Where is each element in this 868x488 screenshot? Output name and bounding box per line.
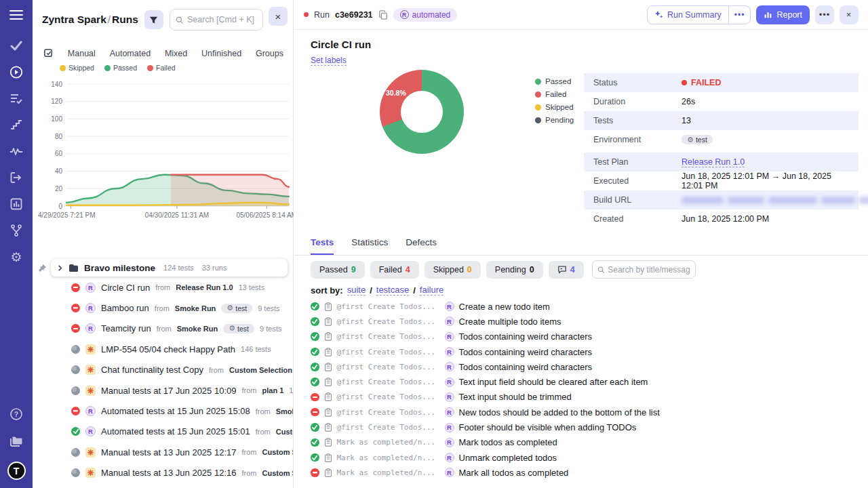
- test-row[interactable]: @first Create Todos...RTodos containing …: [311, 359, 868, 374]
- run-detail-topbar: Run c3e69231 R automated Run Summary •••…: [294, 0, 868, 30]
- test-row[interactable]: Mark as completed/n...RMark todos as com…: [311, 435, 868, 450]
- sidebar-item-report-icon[interactable]: [9, 197, 23, 211]
- test-row[interactable]: @first Create Todos...RNew todos should …: [311, 405, 868, 420]
- run-source: Smoke Run: [175, 304, 216, 312]
- runs-search-input[interactable]: [187, 15, 257, 24]
- passed-filter-pill[interactable]: Passed 9: [311, 261, 365, 279]
- runs-tab-manual[interactable]: Manual: [68, 49, 96, 58]
- test-plan-link[interactable]: Release Run 1.0: [682, 157, 745, 167]
- run-item-title: Automated tests at 15 Jun 2025 15:08: [101, 406, 250, 416]
- pending-filter-pill[interactable]: Pending 0: [486, 261, 543, 279]
- run-summary-more-button[interactable]: •••: [728, 6, 751, 24]
- milestone-row[interactable]: Bravo milestone 124 tests 33 runs: [51, 259, 288, 277]
- run-list-item[interactable]: RTeamcity runfromSmoke Run⚙test9 tests: [33, 319, 293, 339]
- sidebar-item-projects-icon[interactable]: [9, 434, 23, 448]
- test-row[interactable]: @first Create Todos...RText input field …: [311, 374, 868, 389]
- sidebar-item-pulse-icon[interactable]: [9, 144, 23, 158]
- tab-defects[interactable]: Defects: [406, 237, 437, 255]
- tab-statistics[interactable]: Statistics: [351, 237, 388, 255]
- skipped-filter-pill[interactable]: Skipped 0: [425, 261, 481, 279]
- automated-badge[interactable]: R automated: [393, 8, 458, 22]
- clipboard-icon: [324, 317, 332, 326]
- test-suite: @first Create Todos...: [337, 363, 440, 371]
- runs-tab-groups[interactable]: Groups: [256, 49, 283, 58]
- close-panel-button[interactable]: ×: [269, 7, 288, 26]
- run-item-title: LMP-554 05/04 check Happy Path: [101, 344, 235, 354]
- donut-legend-failed: Failed: [535, 90, 574, 98]
- donut-legend-pending: Pending: [535, 116, 574, 124]
- sidebar-item-steps-icon[interactable]: [9, 118, 23, 131]
- test-suite: @first Create Todos...: [337, 408, 440, 417]
- test-row[interactable]: Mark as completed/n...RMark all todos as…: [311, 465, 868, 480]
- run-tests-count: 9 tests: [258, 304, 279, 312]
- runs-tab-mixed[interactable]: Mixed: [165, 49, 187, 58]
- runs-tab-unfinished[interactable]: Unfinished: [201, 49, 241, 58]
- set-labels-link[interactable]: Set labels: [311, 56, 347, 66]
- run-list-item[interactable]: Manual tests at 17 Jun 2025 10:09frompla…: [33, 380, 293, 401]
- automated-test-icon: R: [445, 468, 454, 477]
- test-suite: @first Create Todos...: [337, 332, 440, 341]
- run-list-item[interactable]: Chat functinality test CopyfromCustom Se…: [33, 360, 293, 380]
- test-row[interactable]: @first Create Todos...RCreate a new todo…: [311, 299, 868, 314]
- filter-button[interactable]: [144, 10, 163, 29]
- runs-list: RCircle CI runfromRelease Run 1.013 test…: [33, 277, 293, 488]
- test-row[interactable]: @first Create Todos...RFooter should be …: [311, 420, 868, 434]
- run-list-item[interactable]: Manual tests at 13 Jun 2025 12:16fromCus…: [33, 463, 293, 483]
- sidebar-item-gear-icon[interactable]: ⚙: [9, 250, 23, 264]
- sidebar-item-import-icon[interactable]: [9, 171, 23, 184]
- donut-passed-label: 69.2%: [438, 151, 458, 159]
- hamburger-menu-icon[interactable]: [9, 10, 23, 20]
- run-list-item[interactable]: Manual tests at 13 Jun 2025 12:17fromCus…: [33, 442, 293, 462]
- test-suite: @first Create Todos...: [337, 348, 440, 357]
- run-summary-button[interactable]: Run Summary: [648, 10, 728, 20]
- select-runs-icon[interactable]: [43, 48, 54, 58]
- run-tests-count: 13 tests: [239, 283, 265, 291]
- failed-status-icon: [311, 468, 319, 477]
- runs-search[interactable]: [170, 9, 263, 30]
- sort-by-suite[interactable]: suite: [347, 285, 366, 296]
- legend-item-passed[interactable]: Passed: [104, 64, 137, 72]
- copy-icon[interactable]: [378, 10, 388, 20]
- legend-item-failed[interactable]: Failed: [147, 64, 176, 72]
- svg-text:?: ?: [14, 410, 18, 418]
- sort-by-testcase[interactable]: testcase: [376, 285, 409, 296]
- close-detail-button[interactable]: ×: [840, 5, 859, 24]
- passed-status-icon: [311, 348, 319, 357]
- run-list-item[interactable]: RCircle CI runfromRelease Run 1.013 test…: [33, 277, 293, 298]
- automated-test-icon: R: [445, 317, 454, 326]
- run-list-item[interactable]: RAutomated tests at 15 Jun 2025 15:08fro…: [33, 401, 293, 421]
- test-row[interactable]: @first Create Todos...RTodos containing …: [311, 344, 868, 359]
- test-suite: @first Create Todos...: [337, 378, 440, 386]
- legend-item-skipped[interactable]: Skipped: [60, 64, 94, 72]
- sidebar-item-play-icon[interactable]: [9, 65, 23, 79]
- test-row[interactable]: @first Create Todos...RText input should…: [311, 390, 868, 405]
- sidebar-item-help-icon[interactable]: ?: [9, 407, 23, 421]
- run-list-item[interactable]: RAutomated tests at 15 Jun 2025 15:01fro…: [33, 422, 293, 442]
- more-actions-button[interactable]: •••: [815, 5, 834, 24]
- sidebar-item-checklist-icon[interactable]: [9, 92, 23, 105]
- run-item-title: Teamcity run: [101, 323, 151, 333]
- report-button[interactable]: Report: [756, 5, 810, 24]
- sidebar-item-branch-icon[interactable]: [9, 224, 23, 237]
- sort-by-failure[interactable]: failure: [420, 285, 443, 296]
- run-list-item[interactable]: RBamboo runfromSmoke Run⚙test9 tests: [33, 298, 293, 318]
- failed-filter-pill[interactable]: Failed 4: [370, 261, 419, 279]
- comments-filter-pill[interactable]: 4: [549, 261, 584, 279]
- automated-run-icon: R: [85, 426, 96, 436]
- test-row[interactable]: @first Create Todos...RTodos containing …: [311, 329, 868, 344]
- test-row[interactable]: @first Create Todos...RCreate multiple t…: [311, 314, 868, 329]
- pending-status-icon: [71, 365, 80, 374]
- app-logo[interactable]: T: [7, 462, 26, 480]
- svg-text:80: 80: [55, 133, 63, 140]
- runs-tab-automated[interactable]: Automated: [110, 49, 151, 58]
- sidebar-item-check-icon[interactable]: [9, 39, 23, 52]
- tests-search[interactable]: [592, 260, 696, 279]
- chevron-right-icon[interactable]: [57, 264, 63, 272]
- tab-tests[interactable]: Tests: [311, 237, 334, 255]
- run-list-item[interactable]: LMP-554 05/04 check Happy Path146 tests: [33, 339, 293, 359]
- test-row[interactable]: Mark as completed/n...RUnmark completed …: [311, 450, 868, 465]
- breadcrumb-project[interactable]: Zyntra Spark: [42, 14, 106, 25]
- tests-search-input[interactable]: [608, 265, 690, 274]
- pending-status-icon: [71, 345, 80, 354]
- pin-icon[interactable]: [38, 264, 47, 272]
